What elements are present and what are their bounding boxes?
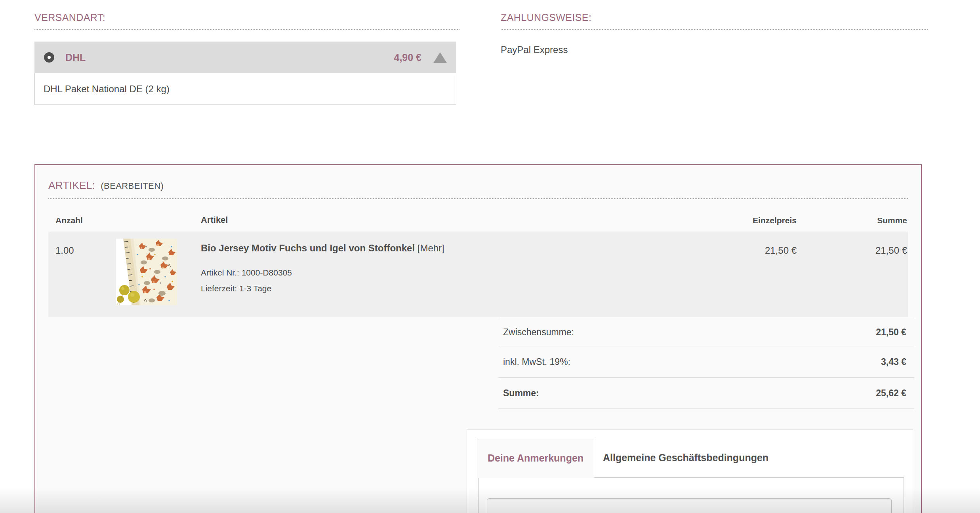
shipping-section-title: VERSANDART: (34, 12, 105, 23)
vat-row: inkl. MwSt. 19%: 3,43 € (498, 346, 914, 378)
grand-total-row: Summe: 25,62 € (498, 378, 914, 409)
col-header-unit-price: Einzelpreis (753, 216, 797, 225)
vat-label: inkl. MwSt. 19%: (503, 357, 570, 367)
shipping-method-description-row: DHL Paket National DE (2 kg) (34, 73, 456, 105)
table-row: 1.00 (48, 232, 908, 317)
subtotal-label: Zwischensumme: (503, 327, 574, 338)
notes-textarea[interactable] (487, 498, 892, 513)
totals-table: Zwischensumme: 21,50 € inkl. MwSt. 19%: … (498, 318, 914, 409)
shipping-method-description: DHL Paket National DE (2 kg) (44, 84, 170, 95)
product-more-link[interactable]: [Mehr] (418, 243, 444, 253)
articles-title: ARTIKEL: (48, 179, 95, 192)
col-header-qty: Anzahl (55, 216, 83, 225)
product-image[interactable] (116, 239, 177, 305)
grand-total-value: 25,62 € (876, 388, 906, 399)
shipping-method-header[interactable]: DHL 4,90 € (34, 42, 456, 73)
articles-header: ARTIKEL: (BEARBEITEN) (48, 179, 164, 192)
col-header-article: Artikel (201, 215, 228, 225)
subtotal-row: Zwischensumme: 21,50 € (498, 318, 914, 346)
shipping-method-box: DHL 4,90 € DHL Paket National DE (2 kg) (34, 42, 456, 105)
articles-edit-link[interactable]: (BEARBEITEN) (101, 181, 164, 191)
product-delivery-time: Lieferzeit: 1-3 Tage (201, 284, 271, 293)
notes-tab-panel (478, 477, 904, 513)
tab-terms-label: Allgemeine Geschäftsbedingungen (603, 452, 768, 464)
product-title-line: Bio Jersey Motiv Fuchs und Igel von Stof… (201, 243, 444, 254)
tab-your-notes-label: Deine Anmerkungen (488, 452, 583, 464)
vat-value: 3,43 € (881, 357, 906, 367)
articles-box: ARTIKEL: (BEARBEITEN) Anzahl Artikel Ein… (34, 164, 922, 513)
product-title[interactable]: Bio Jersey Motiv Fuchs und Igel von Stof… (201, 243, 415, 253)
tab-terms[interactable]: Allgemeine Geschäftsbedingungen (593, 438, 778, 478)
payment-method: PayPal Express (501, 44, 568, 55)
product-article-number: Artikel Nr.: 1000-D80305 (201, 268, 292, 277)
grand-total-label: Summe: (503, 388, 539, 399)
radio-selected-icon[interactable] (44, 52, 54, 63)
item-unit-price: 21,50 € (765, 245, 797, 256)
articles-table-header: Anzahl Artikel Einzelpreis Summe (48, 209, 908, 232)
shipping-method-name: DHL (65, 52, 86, 63)
item-quantity: 1.00 (55, 245, 74, 256)
tab-your-notes[interactable]: Deine Anmerkungen (477, 438, 594, 478)
item-total-price: 21,50 € (875, 245, 907, 256)
subtotal-value: 21,50 € (876, 327, 906, 338)
arrow-up-icon[interactable] (433, 52, 447, 63)
col-header-total: Summe (877, 216, 907, 225)
payment-section-title: ZAHLUNGSWEISE: (501, 12, 591, 23)
shipping-divider (34, 29, 459, 30)
articles-divider (48, 198, 908, 199)
notes-card: Deine Anmerkungen Allgemeine Geschäftsbe… (467, 429, 913, 513)
payment-divider (501, 29, 928, 30)
radio-dot (48, 56, 51, 59)
shipping-method-price: 4,90 € (394, 52, 421, 63)
